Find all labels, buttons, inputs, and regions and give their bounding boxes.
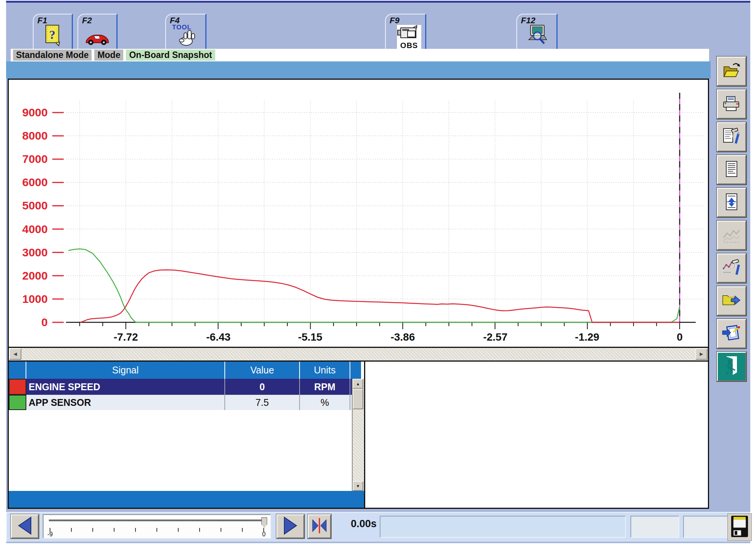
slider-tick bbox=[135, 528, 136, 532]
open-folder-icon bbox=[722, 61, 741, 81]
exit-button[interactable] bbox=[717, 352, 746, 381]
snapshot-input-button[interactable] bbox=[717, 319, 746, 349]
svg-text:7000: 7000 bbox=[22, 153, 48, 165]
svg-text:2000: 2000 bbox=[22, 269, 48, 282]
open-file-button[interactable] bbox=[717, 56, 746, 86]
column-header-units[interactable]: Units bbox=[300, 362, 350, 379]
svg-text:5000: 5000 bbox=[22, 199, 48, 212]
mode-item-2: On-Board Snapshot bbox=[126, 50, 215, 61]
slider-tick bbox=[221, 528, 221, 532]
slider-tick bbox=[92, 528, 93, 532]
color-column-header bbox=[9, 362, 26, 379]
table-scroll-down-button[interactable]: ▼ bbox=[353, 481, 363, 491]
mode-item-1: Mode bbox=[94, 50, 123, 61]
folder-arrow-icon bbox=[721, 292, 742, 310]
chart-horizontal-scrollbar[interactable]: ◄ ► bbox=[9, 348, 708, 362]
svg-text:9000: 9000 bbox=[22, 106, 48, 119]
scroll-right-button[interactable]: ► bbox=[695, 348, 708, 360]
panel-title-band bbox=[6, 61, 711, 79]
slider-tick bbox=[178, 528, 179, 532]
table-row-app-sensor[interactable]: APP SENSOR7.5% bbox=[9, 395, 364, 410]
f9-obs-button[interactable]: F9 OBS bbox=[385, 14, 426, 49]
step-back-button[interactable] bbox=[11, 514, 39, 539]
document-arrows-icon bbox=[723, 192, 740, 213]
graph-tools-icon bbox=[722, 258, 741, 278]
save-button[interactable] bbox=[727, 513, 752, 541]
camcorder-icon: OBS bbox=[397, 24, 422, 50]
signal-chart[interactable]: -7.72-6.43-5.15-3.86-2.57-1.290010002000… bbox=[9, 80, 708, 347]
status-panel-3 bbox=[683, 516, 732, 538]
slider-tick bbox=[199, 528, 200, 532]
signal-value: 7.5 bbox=[225, 395, 300, 410]
slider-tick bbox=[156, 528, 157, 532]
graph-settings-button[interactable] bbox=[717, 253, 746, 283]
table-scroll-thumb[interactable] bbox=[353, 389, 363, 409]
slider-tick bbox=[242, 528, 243, 532]
graph-disabled-icon bbox=[722, 225, 741, 245]
slider-thumb[interactable] bbox=[261, 517, 267, 528]
signal-color-swatch bbox=[9, 379, 26, 395]
export-button[interactable] bbox=[717, 286, 746, 316]
signal-table-body: ENGINE SPEED0RPMAPP SENSOR7.5% bbox=[9, 379, 364, 410]
print-button[interactable] bbox=[717, 89, 746, 119]
signal-name: APP SENSOR bbox=[26, 395, 225, 410]
scrollbar-column-header bbox=[350, 362, 361, 379]
f1-help-button[interactable]: F1 ? bbox=[33, 14, 73, 49]
svg-text:-1.29: -1.29 bbox=[575, 331, 600, 343]
report-button[interactable] bbox=[717, 155, 746, 185]
signal-table-header: SignalValueUnits bbox=[9, 362, 364, 379]
slider-tick bbox=[114, 528, 114, 532]
f4-tool-button[interactable]: F4 TOOL bbox=[165, 14, 206, 49]
scroll-left-button[interactable]: ◄ bbox=[9, 348, 21, 360]
slider-tick bbox=[71, 528, 72, 532]
slider-min-label: -9 bbox=[47, 531, 53, 538]
svg-text:-7.72: -7.72 bbox=[114, 331, 138, 343]
signal-color-swatch bbox=[9, 395, 26, 410]
signal-units: RPM bbox=[300, 379, 350, 395]
cursor-center-icon bbox=[311, 517, 328, 536]
tool-hand-icon bbox=[166, 27, 205, 48]
data-list-button[interactable] bbox=[717, 188, 746, 217]
signal-value: 0 bbox=[225, 379, 300, 395]
step-forward-button[interactable] bbox=[276, 514, 305, 539]
table-scroll-up-button[interactable]: ▲ bbox=[353, 379, 363, 389]
f12-system-button[interactable]: F12 bbox=[516, 14, 558, 49]
goto-cursor-button[interactable] bbox=[308, 514, 331, 539]
mode-item-0: Standalone Mode bbox=[13, 50, 92, 61]
column-header-signal[interactable]: Signal bbox=[26, 362, 225, 379]
help-book-icon: ? bbox=[34, 24, 72, 48]
svg-text:-3.86: -3.86 bbox=[390, 331, 415, 343]
document-tools-icon bbox=[722, 127, 741, 147]
table-row-engine-speed[interactable]: ENGINE SPEED0RPM bbox=[9, 379, 364, 395]
mode-bar: Standalone ModeModeOn-Board Snapshot bbox=[11, 49, 709, 61]
svg-text:3000: 3000 bbox=[22, 246, 48, 259]
svg-text:8000: 8000 bbox=[22, 129, 48, 142]
slider-track[interactable] bbox=[49, 520, 264, 522]
svg-text:6000: 6000 bbox=[22, 176, 48, 188]
slider-max-label: 0 bbox=[262, 531, 266, 538]
chart-area[interactable]: -7.72-6.43-5.15-3.86-2.57-1.290010002000… bbox=[9, 80, 708, 348]
column-header-value[interactable]: Value bbox=[225, 362, 300, 379]
signal-table-panel: SignalValueUnits ENGINE SPEED0RPMAPP SEN… bbox=[9, 362, 365, 508]
signal-units: % bbox=[300, 395, 350, 410]
diagnostic-app-window: { "colors": { "background": "#a8b6da", "… bbox=[0, 0, 756, 547]
svg-text:0: 0 bbox=[41, 316, 48, 328]
right-triangle-icon bbox=[282, 516, 299, 536]
svg-text:0: 0 bbox=[677, 331, 683, 343]
f2-vehicle-button[interactable]: F2 bbox=[77, 14, 118, 49]
card-arrow-icon bbox=[722, 324, 741, 344]
graph-button bbox=[717, 220, 746, 250]
empty-data-area bbox=[365, 362, 708, 508]
status-panel-2 bbox=[630, 516, 679, 538]
svg-text:1000: 1000 bbox=[22, 293, 48, 305]
computer-magnifier-icon bbox=[517, 24, 556, 48]
report-settings-button[interactable] bbox=[717, 122, 746, 152]
signal-name: ENGINE SPEED bbox=[26, 379, 225, 395]
svg-text:4000: 4000 bbox=[22, 223, 48, 235]
table-scrollbar[interactable]: ▲ ▼ bbox=[352, 379, 364, 491]
left-triangle-icon bbox=[16, 516, 33, 536]
svg-text:?: ? bbox=[49, 28, 55, 42]
svg-text:-5.15: -5.15 bbox=[298, 331, 322, 343]
time-slider[interactable]: -9 0 bbox=[43, 514, 271, 539]
document-icon bbox=[723, 160, 740, 180]
